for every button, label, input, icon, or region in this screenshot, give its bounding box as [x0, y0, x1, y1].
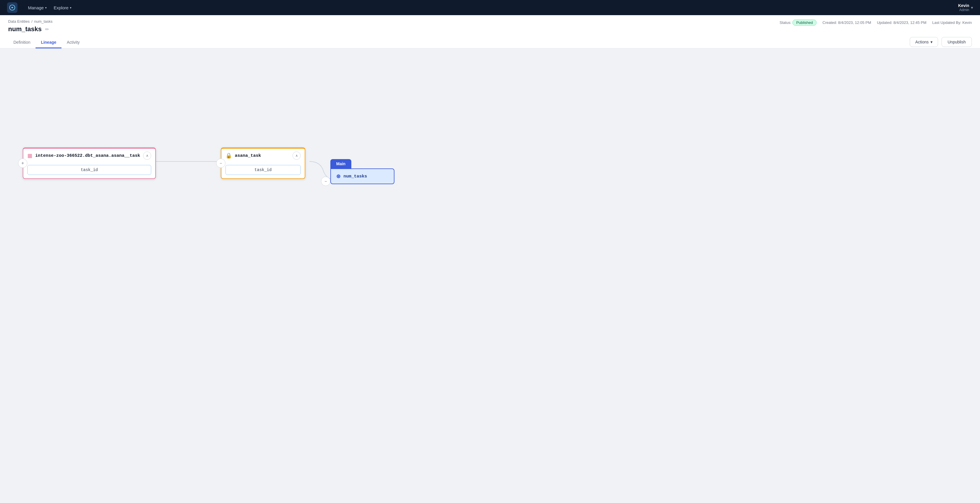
header-meta: Status: Published Created: 8/4/2023, 12:… [780, 19, 972, 25]
source-expand-button[interactable]: + [18, 159, 27, 168]
unpublish-label: Unpublish [948, 40, 966, 44]
page-title: num_tasks [8, 25, 42, 33]
metric-node-title: num_tasks [344, 174, 367, 179]
explore-chevron-icon: ▾ [70, 6, 72, 10]
model-lock-icon: 🔒 [226, 153, 232, 159]
logo [7, 2, 18, 13]
model-node-title: asana_task [235, 153, 290, 158]
explore-label: Explore [54, 5, 68, 10]
manage-label: Manage [28, 5, 44, 10]
explore-menu[interactable]: Explore ▾ [50, 0, 75, 15]
tab-definition[interactable]: Definition [8, 37, 35, 48]
metric-icon: ⊛ [336, 173, 340, 180]
manage-menu[interactable]: Manage ▾ [24, 0, 50, 15]
user-chevron-icon: ▾ [971, 5, 973, 10]
metric-card: ⊛ num_tasks [330, 169, 395, 184]
metric-node: − Main ⊛ num_tasks [326, 159, 395, 184]
user-role: Admin [959, 8, 969, 12]
tab-activity[interactable]: Activity [62, 37, 85, 48]
source-node: + ▦ intense-zoo-366522.dbt_asana.asana__… [23, 148, 156, 179]
page-header: Data Entities / num_tasks num_tasks ✏ St… [0, 15, 980, 48]
metric-tab-label: Main [330, 159, 352, 169]
model-node: − 🔒 asana_task ∧ task_id [221, 148, 305, 179]
breadcrumb-current: num_tasks [34, 19, 52, 24]
source-field-task_id: task_id [27, 165, 151, 175]
unpublish-button[interactable]: Unpublish [942, 37, 972, 47]
breadcrumb-separator: / [32, 19, 33, 24]
model-field-task_id: task_id [226, 165, 301, 175]
metric-left-button[interactable]: − [321, 177, 330, 186]
lineage-canvas: + ▦ intense-zoo-366522.dbt_asana.asana__… [0, 48, 980, 500]
updated-meta: Updated: 8/4/2023, 12:45 PM [877, 21, 926, 25]
status-label: Status: Published [780, 21, 816, 25]
tab-lineage[interactable]: Lineage [35, 37, 62, 48]
actions-label: Actions [915, 40, 929, 44]
actions-chevron-icon: ▾ [931, 40, 932, 44]
breadcrumb: Data Entities / num_tasks [8, 19, 52, 24]
edit-icon[interactable]: ✏ [45, 27, 49, 32]
model-collapse-button[interactable]: ∧ [293, 151, 301, 160]
user-menu[interactable]: Kevin Admin ▾ [958, 3, 973, 12]
source-node-title: intense-zoo-366522.dbt_asana.asana__task [35, 153, 140, 158]
breadcrumb-parent[interactable]: Data Entities [8, 19, 30, 24]
source-table-icon: ▦ [27, 153, 32, 159]
source-collapse-button[interactable]: ∧ [143, 151, 151, 160]
manage-chevron-icon: ▾ [45, 6, 47, 10]
model-left-button[interactable]: − [216, 159, 226, 168]
tabs: Definition Lineage Activity [8, 37, 85, 48]
status-badge: Published [792, 19, 816, 25]
navbar: Manage ▾ Explore ▾ Kevin Admin ▾ [0, 0, 980, 15]
user-name: Kevin [958, 3, 969, 8]
flow-connectors [0, 48, 980, 500]
created-meta: Created: 8/4/2023, 12:05 PM [822, 21, 871, 25]
last-updated-meta: Last Updated By: Kevin [932, 21, 972, 25]
actions-button[interactable]: Actions ▾ [910, 37, 938, 47]
